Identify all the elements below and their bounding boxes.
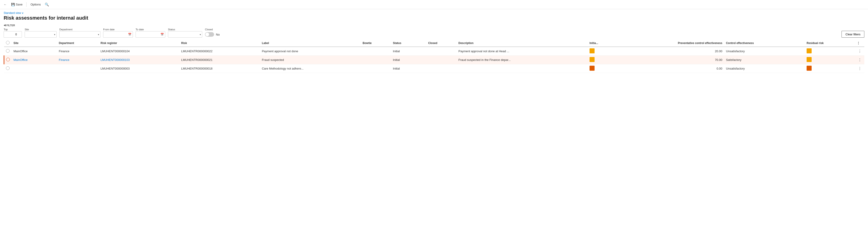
site-text: MainOffice [13,50,28,53]
row-residual [805,64,855,73]
search-icon[interactable]: 🔍 [45,2,49,7]
dept-link[interactable]: Finance [59,58,69,62]
col-header-closed: Closed [426,39,457,47]
row-label: Fraud suspected [260,56,361,64]
row-bowtie [361,56,391,64]
filter-status-wrapper [168,31,202,38]
row-site [12,64,57,73]
preventative-value: 0.00 [716,67,722,70]
site-link[interactable]: MainOffice [13,58,28,62]
filter-top-input[interactable] [4,31,22,38]
residual-color-box [807,57,812,62]
filter-top-field: Top [4,28,22,38]
toolbar: ← 💾 Save Options 🔍 [0,0,868,9]
filter-status-label: Status [168,28,202,31]
row-preventative: 0.00 [618,64,724,73]
preventative-value: 70.00 [715,58,722,62]
page-title: Risk assessments for internal audit [4,15,864,21]
col-header-site: Site [12,39,57,47]
row-initial [588,47,618,56]
row-register: LMUHENT000000003 [99,64,179,73]
data-table-container: Site Department Risk register Risk Label… [0,39,868,73]
residual-color-box [807,49,812,53]
filter-to-date-input[interactable] [135,31,165,38]
options-label: Options [31,3,41,6]
filter-closed-no-label: No [216,33,220,36]
col-header-status: Status [391,39,426,47]
row-checkbox-cell [4,47,12,56]
row-more-button[interactable]: ⋮ [857,49,863,53]
row-closed [426,56,457,64]
row-status: Initial [391,56,426,64]
filter-closed-label: Closed [205,28,220,31]
filter-site-label: Site [25,28,57,31]
row-control-effectiveness: Unsatisfactory [724,47,805,56]
standard-view-toggle[interactable]: Standard view ∨ [4,11,864,14]
row-status: Initial [391,64,426,73]
row-more-button[interactable]: ⋮ [857,66,863,71]
row-more-cell: ⋮ [855,56,864,64]
register-link[interactable]: LMUHENT000000103 [100,58,130,62]
row-risk: LMUHENTR000000021 [179,56,260,64]
row-checkbox[interactable] [6,66,9,70]
row-preventative: 70.00 [618,56,724,64]
row-description [457,64,588,73]
data-table: Site Department Risk register Risk Label… [4,39,864,73]
row-residual [805,56,855,64]
header-checkbox[interactable] [6,41,9,44]
filter-closed-toggle[interactable] [205,32,214,37]
table-row: LMUHENT000000003 LMUHENTR000000018 Care … [4,64,865,73]
filter-dept-label: Department [59,28,100,31]
row-site: MainOffice [12,47,57,56]
row-initial [588,56,618,64]
row-bowtie [361,47,391,56]
residual-color-box [807,66,812,71]
filter-top-label: Top [4,28,22,31]
header-row: Site Department Risk register Risk Label… [4,39,865,47]
row-control-effectiveness: Unsatisfactory [724,64,805,73]
filter-from-date-input[interactable] [103,31,133,38]
col-header-more: ⋮ [855,39,864,47]
options-button[interactable]: Options [28,2,43,7]
row-closed [426,47,457,56]
filter-header[interactable]: ◀ FILTER [4,24,864,27]
filter-closed-field: Closed No [205,28,220,38]
filter-label: FILTER [6,24,15,27]
filter-status-select[interactable] [168,31,202,38]
col-header-desc: Description [457,39,588,47]
col-header-residual: Residual risk [805,39,855,47]
row-register: LMUHENT000000104 [99,47,179,56]
page-header: Standard view ∨ Risk assessments for int… [0,9,868,24]
filter-to-date-label: To date [135,28,165,31]
filter-dept-wrapper [59,31,100,38]
row-more-cell: ⋮ [855,47,864,56]
row-dept [57,64,99,73]
col-header-register: Risk register [99,39,179,47]
table-row: MainOffice Finance LMUHENT000000103 LMUH… [4,56,865,64]
filter-site-select[interactable] [25,31,57,38]
row-description: Fraud suspected in the Finance depar... [457,56,588,64]
col-header-checkbox [4,39,12,47]
save-label: Save [16,3,23,6]
filter-from-date-label: From date [103,28,133,31]
dept-text: Finance [59,50,69,53]
row-risk: LMUHENTR000000018 [179,64,260,73]
row-status: Initial [391,47,426,56]
row-checkbox[interactable] [6,58,10,61]
toggle-slider [205,32,214,37]
filter-from-date-wrapper: 📅 [103,31,133,38]
clear-filters-button[interactable]: Clear filters [841,31,864,38]
filter-collapse-icon: ◀ [4,24,5,27]
col-header-initial: Initia... [588,39,618,47]
row-label: Care Methodology not adhere... [260,64,361,73]
row-more-button[interactable]: ⋮ [857,58,863,62]
initial-color-box [590,57,595,62]
filter-to-date-wrapper: 📅 [135,31,165,38]
filter-row: Top Site Department From date [4,28,864,38]
save-button[interactable]: 💾 Save [9,2,24,7]
filter-dept-select[interactable] [59,31,100,38]
row-checkbox[interactable] [6,49,9,53]
back-button[interactable]: ← [2,2,8,7]
col-header-control: Control effectiveness [724,39,805,47]
row-more-cell: ⋮ [855,64,864,73]
